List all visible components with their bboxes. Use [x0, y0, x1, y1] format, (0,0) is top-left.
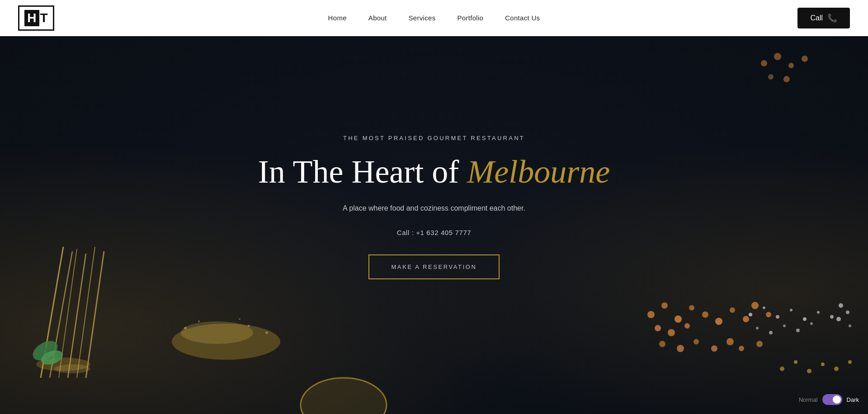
- nav-link-portfolio[interactable]: Portfolio: [457, 14, 483, 22]
- hero-subtitle: THE MOST PRAISED GOURMET RESTAURANT: [258, 135, 610, 141]
- navbar: H T Home About Services Portfolio Contac…: [0, 0, 868, 36]
- toggle-dark-label: Dark: [847, 396, 859, 403]
- toggle-normal-label: Normal: [799, 396, 818, 403]
- nav-link-services[interactable]: Services: [409, 14, 436, 22]
- dark-mode-toggle-container: Normal Dark: [799, 394, 859, 405]
- nav-item-portfolio[interactable]: Portfolio: [457, 14, 483, 22]
- logo-t: T: [40, 11, 48, 25]
- dark-mode-toggle[interactable]: [822, 394, 842, 405]
- hero-title-white: In The Heart of: [258, 154, 459, 190]
- nav-link-home[interactable]: Home: [328, 14, 347, 22]
- logo[interactable]: H T: [18, 5, 54, 31]
- nav-item-services[interactable]: Services: [409, 14, 436, 22]
- call-label: Call: [810, 14, 823, 22]
- hero-title: In The Heart of Melbourne: [258, 154, 610, 190]
- hero-title-highlight: Melbourne: [467, 154, 610, 190]
- call-button[interactable]: Call 📞: [797, 8, 850, 28]
- nav-item-about[interactable]: About: [368, 14, 387, 22]
- phone-icon: 📞: [827, 13, 837, 23]
- toggle-knob: [833, 395, 841, 404]
- nav-link-about[interactable]: About: [368, 14, 387, 22]
- logo-h: H: [24, 10, 39, 26]
- nav-item-contact[interactable]: Contact Us: [505, 14, 540, 22]
- logo-box: H T: [18, 5, 54, 31]
- reservation-button[interactable]: MAKE A RESERVATION: [368, 254, 499, 279]
- nav-item-home[interactable]: Home: [328, 14, 347, 22]
- hero-section: THE MOST PRAISED GOURMET RESTAURANT In T…: [0, 0, 868, 414]
- nav-links: Home About Services Portfolio Contact Us: [328, 14, 540, 22]
- nav-link-contact[interactable]: Contact Us: [505, 14, 540, 22]
- hero-phone: Call : +1 632 405 7777: [258, 229, 610, 236]
- hero-content: THE MOST PRAISED GOURMET RESTAURANT In T…: [240, 135, 628, 279]
- hero-description: A place where food and coziness complime…: [258, 204, 610, 212]
